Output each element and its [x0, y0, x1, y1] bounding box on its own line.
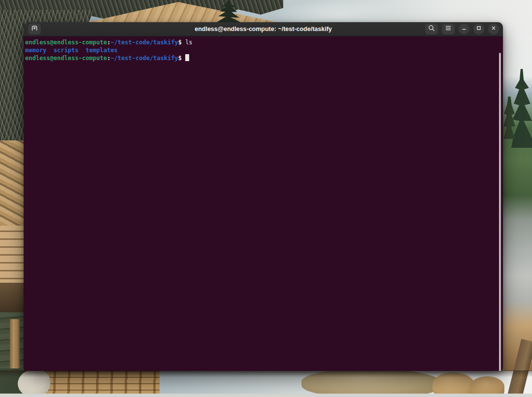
wood-planks-left [0, 226, 26, 286]
tab-plus-icon [31, 24, 38, 34]
maximize-icon [475, 25, 482, 33]
menu-button[interactable] [442, 24, 455, 34]
close-button[interactable] [488, 24, 499, 34]
window-ground-shadow [0, 370, 532, 377]
titlebar[interactable]: endless@endless-compute: ~/test-code/tas… [24, 22, 503, 36]
maximize-button[interactable] [473, 24, 484, 34]
command-text: ls [185, 39, 192, 46]
prompt-path: ~/test-code/taskify [110, 39, 178, 46]
terminal-cursor [185, 54, 189, 61]
prompt-path: ~/test-code/taskify [110, 55, 178, 62]
bottom-light-band [0, 394, 532, 397]
mountainside-right [500, 20, 532, 371]
prompt-dollar: $ [178, 55, 185, 62]
terminal-window: endless@endless-compute: ~/test-code/tas… [24, 22, 503, 371]
terminal-output: endless@endless-compute:~/test-code/task… [25, 39, 496, 62]
scrollbar-thumb[interactable] [499, 53, 501, 371]
terminal-screen[interactable]: endless@endless-compute:~/test-code/task… [24, 36, 503, 371]
hamburger-menu-icon [444, 24, 452, 34]
terminal-line: endless@endless-compute:~/test-code/task… [25, 39, 496, 47]
minimize-button[interactable] [459, 24, 469, 34]
scrollbar[interactable] [498, 52, 502, 371]
ls-output-directories: memory scripts templates [25, 47, 118, 54]
wood-shingles-left [0, 140, 26, 232]
close-icon [490, 25, 497, 33]
prompt-user-host: endless@endless-compute [25, 55, 107, 62]
terminal-line: endless@endless-compute:~/test-code/task… [25, 54, 496, 62]
minimize-icon [461, 25, 467, 33]
wood-beam-left [0, 283, 26, 314]
terminal-line: memory scripts templates [25, 47, 496, 55]
search-icon [428, 24, 435, 34]
prompt-dollar: $ [178, 39, 185, 46]
search-button[interactable] [425, 24, 438, 34]
new-tab-button[interactable] [28, 24, 41, 34]
prompt-user-host: endless@endless-compute [25, 39, 107, 46]
